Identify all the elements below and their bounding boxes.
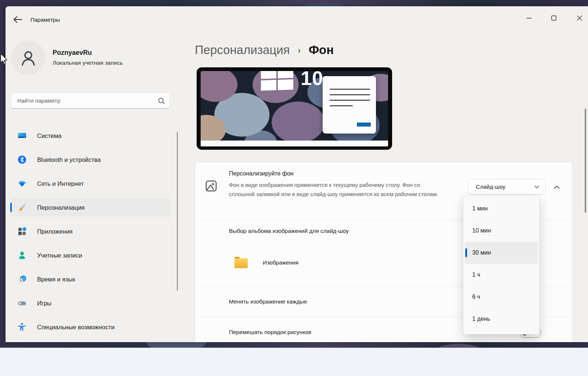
menu-item-1day[interactable]: 1 день (465, 308, 538, 330)
album-row-label: Выбор альбома изображений для слайд-шоу (229, 228, 349, 234)
menu-item-1h[interactable]: 1 ч (465, 264, 538, 286)
settings-window: Параметры PoznyaevRu Локальная учетная з… (6, 6, 588, 342)
sidebar-nav: Система Bluetooth и устройства Сеть и Ин… (10, 127, 171, 342)
sidebar-item-label: Специальные возможности (37, 324, 115, 331)
account-icon (17, 251, 27, 260)
breadcrumb: Персонализация › Фон (195, 43, 334, 57)
sidebar-item-label: Персонализация (37, 204, 85, 211)
sidebar-item-label: Bluetooth и устройства (37, 156, 101, 163)
maximize-button[interactable] (545, 11, 562, 25)
user-avatar[interactable] (11, 40, 45, 75)
close-button[interactable] (571, 11, 588, 25)
chevron-up-icon[interactable] (554, 185, 563, 193)
card-title: Персонализируйте фон (229, 170, 294, 177)
user-name: PoznyaevRu (53, 49, 92, 57)
sidebar-item-label: Приложения (37, 228, 73, 235)
page-title: Фон (309, 43, 334, 57)
content-scrollbar[interactable] (585, 109, 586, 213)
shuffle-row-label: Перемешать порядок рисунков (229, 329, 311, 336)
sidebar-item-bluetooth-devices[interactable]: Bluetooth и устройства (10, 150, 171, 169)
sidebar-item-time-language[interactable]: Время и язык (10, 270, 171, 288)
clock-globe-icon (17, 274, 27, 284)
image-icon (205, 180, 217, 192)
menu-item-10min[interactable]: 10 мин (465, 220, 538, 242)
sidebar-item-personalization[interactable]: Персонализация (10, 198, 171, 217)
breadcrumb-parent[interactable]: Персонализация (195, 43, 290, 57)
sidebar-item-label: Время и язык (37, 276, 75, 283)
interval-dropdown-menu: 1 мин 10 мин 30 мин 1 ч 6 ч 1 день (463, 195, 539, 334)
laptop-icon (17, 131, 27, 141)
dropdown-value: Слайд-шоу (476, 184, 505, 190)
folder-icon (233, 254, 250, 271)
gamepad-icon (17, 298, 27, 308)
window-title: Параметры (31, 17, 60, 23)
os-number-label: 10 (301, 71, 323, 89)
sidebar-item-accessibility[interactable]: Специальные возможности (10, 318, 171, 336)
windows10-logo (261, 71, 293, 91)
sidebar-item-apps[interactable]: Приложения (10, 222, 171, 241)
wallpaper-preview: 10 (201, 71, 388, 146)
background-preview-monitor: 10 (197, 67, 392, 150)
sidebar-item-label: Игры (37, 300, 51, 307)
card-description: Фон в виде изображения применяется к тек… (229, 180, 442, 199)
mouse-cursor (0, 53, 8, 65)
wifi-icon (17, 179, 27, 188)
back-button[interactable] (13, 15, 23, 25)
interval-row-label: Менять изображение каждые (229, 298, 307, 305)
desktop: { "window": { "title": "Параметры" }, "u… (0, 0, 588, 376)
person-icon (19, 48, 38, 67)
accessibility-icon (17, 322, 27, 332)
album-folder-name[interactable]: Изображения (263, 259, 298, 266)
sidebar-item-system[interactable]: Система (10, 127, 171, 145)
sidebar-item-label: Учетные записи (37, 252, 82, 259)
sidebar-item-accounts[interactable]: Учетные записи (10, 246, 171, 265)
search-input[interactable] (11, 93, 169, 108)
bluetooth-icon (17, 155, 27, 164)
settings-search (11, 93, 170, 109)
sidebar-item-label: Система (37, 132, 61, 139)
menu-item-1min[interactable]: 1 мин (465, 198, 538, 220)
sidebar-item-network-internet[interactable]: Сеть и Интернет (10, 174, 171, 193)
background-type-dropdown[interactable]: Слайд-шоу (468, 179, 546, 195)
breadcrumb-separator-icon: › (298, 46, 301, 56)
preview-taskbar (201, 141, 388, 146)
sidebar-item-gaming[interactable]: Игры (10, 294, 171, 312)
search-icon (158, 97, 165, 104)
user-account-type: Локальная учетная запись (53, 60, 123, 66)
menu-item-6h[interactable]: 6 ч (465, 286, 538, 308)
preview-dialog-button (357, 123, 371, 127)
sidebar-item-label: Сеть и Интернет (37, 180, 84, 187)
minimize-button[interactable] (520, 11, 537, 25)
menu-item-30min[interactable]: 30 мин (465, 242, 538, 264)
preview-dialog-mockup (323, 76, 376, 134)
chevron-down-icon (534, 185, 539, 189)
apps-grid-icon (17, 227, 27, 236)
taskbar: ENG 0:40 05.10.2022 (0, 348, 588, 376)
sidebar-scrollbar[interactable] (177, 132, 178, 291)
brush-icon (17, 203, 27, 212)
